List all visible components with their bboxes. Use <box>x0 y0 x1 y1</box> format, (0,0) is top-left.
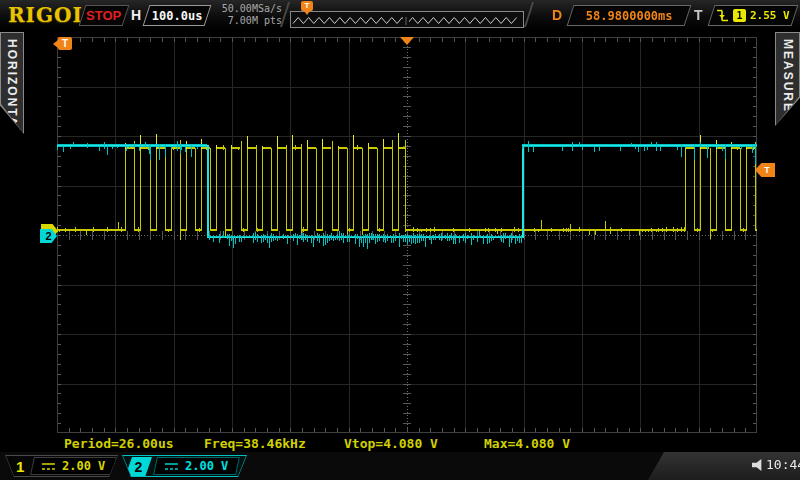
channel2-scale: 2.00 V <box>185 459 228 473</box>
trigger-level-value: 2.55 V <box>750 9 790 22</box>
run-status-indicator[interactable]: STOP <box>79 5 130 26</box>
delay-box[interactable]: 58.9800000ms <box>567 5 692 26</box>
ch1-dc-coupling-icon <box>42 462 55 471</box>
bottom-status-bar <box>0 452 800 480</box>
clock: 10:44 <box>766 457 800 472</box>
falling-edge-icon <box>716 8 729 23</box>
timebase-value: 100.0us <box>152 9 203 23</box>
tab-measure-label: MEASURE <box>781 33 795 125</box>
trigger-section-label: T <box>694 7 703 23</box>
measurement-max: Max=4.080 V <box>484 436 570 451</box>
channel1-number: 1 <box>16 458 24 475</box>
tab-measure-menu[interactable]: MEASURE <box>775 32 800 126</box>
memory-waveform-icon <box>291 14 521 27</box>
delay-label: D <box>552 7 562 23</box>
tab-horizontal-menu[interactable]: HORIZONTAL <box>0 32 24 134</box>
acquisition-info: 50.00MSa/s 7.00M pts <box>206 3 282 27</box>
memory-depth: 7.00M pts <box>206 15 282 27</box>
ch2-dc-coupling-icon <box>165 462 178 471</box>
run-status-label: STOP <box>86 8 121 23</box>
oscilloscope-screen: RIGOL STOP H 100.0us 50.00MSa/s 7.00M pt… <box>0 0 800 480</box>
timebase-box[interactable]: 100.0us <box>143 5 212 26</box>
memory-position-bar[interactable] <box>290 11 524 28</box>
horizontal-scale-label: H <box>131 7 141 23</box>
delay-value: 58.9800000ms <box>586 9 673 23</box>
channel1-scale: 2.00 V <box>62 459 105 473</box>
horizontal-position-marker-icon[interactable] <box>400 37 414 45</box>
separator <box>524 2 534 27</box>
trigger-info-box[interactable]: 1 2.55 V <box>708 5 799 26</box>
trigger-source-badge: 1 <box>733 9 746 22</box>
channel2-status-block[interactable]: 2 2.00 V <box>122 455 247 477</box>
top-status-bar: RIGOL STOP H 100.0us 50.00MSa/s 7.00M pt… <box>0 0 800 30</box>
trigger-level-marker[interactable]: T <box>755 163 775 177</box>
waveform-display[interactable] <box>57 37 757 433</box>
sample-rate: 50.00MSa/s <box>206 3 282 15</box>
measurement-freq: Freq=38.46kHz <box>204 436 306 451</box>
tab-horizontal-label: HORIZONTAL <box>5 33 19 133</box>
trigger-time-marker[interactable]: T <box>58 37 72 50</box>
measurement-vtop: Vtop=4.080 V <box>344 436 438 451</box>
measurement-period: Period=26.00us <box>64 436 174 451</box>
channel1-status-block[interactable]: 1 2.00 V <box>5 455 118 477</box>
trigger-position-flag[interactable]: T <box>301 1 313 11</box>
brand-logo: RIGOL <box>8 3 88 27</box>
